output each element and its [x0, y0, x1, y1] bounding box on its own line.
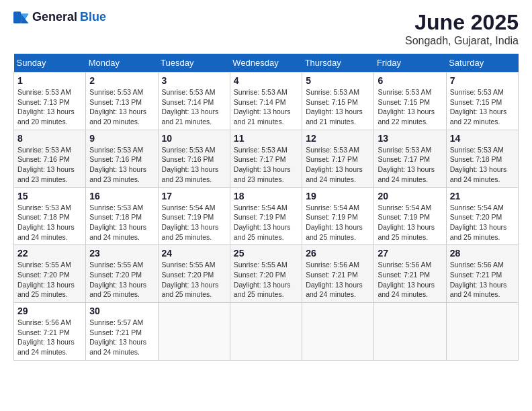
header-sunday: Sunday [14, 54, 86, 73]
list-item [302, 303, 374, 361]
day-number: 22 [17, 248, 82, 259]
list-item: 7 Sunrise: 5:53 AMSunset: 7:15 PMDayligh… [446, 73, 518, 130]
day-info: Sunrise: 5:56 AMSunset: 7:21 PMDaylight:… [450, 261, 507, 298]
header-thursday: Thursday [302, 54, 374, 73]
calendar-body: 1 Sunrise: 5:53 AMSunset: 7:13 PMDayligh… [14, 73, 519, 361]
logo: GeneralBlue [13, 10, 106, 24]
header-row: Sunday Monday Tuesday Wednesday Thursday… [14, 54, 519, 73]
day-number: 12 [306, 133, 370, 144]
day-number: 27 [378, 248, 442, 259]
header-tuesday: Tuesday [158, 54, 230, 73]
table-row: 29 Sunrise: 5:56 AMSunset: 7:21 PMDaylig… [14, 303, 519, 361]
list-item: 13 Sunrise: 5:53 AMSunset: 7:17 PMDaylig… [374, 130, 446, 187]
day-number: 15 [17, 191, 82, 201]
list-item: 28 Sunrise: 5:56 AMSunset: 7:21 PMDaylig… [446, 245, 518, 303]
list-item: 16 Sunrise: 5:53 AMSunset: 7:18 PMDaylig… [86, 187, 158, 245]
day-number: 6 [378, 75, 442, 86]
list-item: 3 Sunrise: 5:53 AMSunset: 7:14 PMDayligh… [158, 73, 230, 130]
list-item: 21 Sunrise: 5:54 AMSunset: 7:20 PMDaylig… [446, 187, 518, 245]
day-info: Sunrise: 5:53 AMSunset: 7:17 PMDaylight:… [306, 146, 363, 183]
list-item [158, 303, 230, 361]
day-info: Sunrise: 5:53 AMSunset: 7:15 PMDaylight:… [306, 88, 363, 126]
day-number: 1 [17, 75, 82, 86]
day-number: 21 [450, 191, 515, 201]
list-item: 12 Sunrise: 5:53 AMSunset: 7:17 PMDaylig… [302, 130, 374, 187]
day-number: 30 [89, 306, 154, 316]
list-item: 5 Sunrise: 5:53 AMSunset: 7:15 PMDayligh… [302, 73, 374, 130]
table-row: 15 Sunrise: 5:53 AMSunset: 7:18 PMDaylig… [14, 187, 519, 245]
day-number: 23 [89, 248, 154, 259]
header-monday: Monday [86, 54, 158, 73]
list-item: 8 Sunrise: 5:53 AMSunset: 7:16 PMDayligh… [14, 130, 86, 187]
day-number: 26 [306, 248, 370, 259]
calendar-table: Sunday Monday Tuesday Wednesday Thursday… [13, 54, 519, 361]
day-number: 16 [89, 191, 154, 201]
list-item: 22 Sunrise: 5:55 AMSunset: 7:20 PMDaylig… [14, 245, 86, 303]
header-wednesday: Wednesday [230, 54, 302, 73]
header: GeneralBlue June 2025 Songadh, Gujarat, … [13, 10, 519, 47]
day-number: 25 [234, 248, 298, 259]
svg-rect-0 [13, 11, 21, 24]
day-info: Sunrise: 5:53 AMSunset: 7:17 PMDaylight:… [378, 146, 435, 183]
list-item: 9 Sunrise: 5:53 AMSunset: 7:16 PMDayligh… [86, 130, 158, 187]
day-info: Sunrise: 5:53 AMSunset: 7:15 PMDaylight:… [450, 88, 507, 126]
location-title: Songadh, Gujarat, India [405, 35, 519, 47]
list-item: 10 Sunrise: 5:53 AMSunset: 7:16 PMDaylig… [158, 130, 230, 187]
table-row: 22 Sunrise: 5:55 AMSunset: 7:20 PMDaylig… [14, 245, 519, 303]
day-info: Sunrise: 5:53 AMSunset: 7:15 PMDaylight:… [378, 88, 435, 126]
list-item: 14 Sunrise: 5:53 AMSunset: 7:18 PMDaylig… [446, 130, 518, 187]
day-info: Sunrise: 5:56 AMSunset: 7:21 PMDaylight:… [306, 261, 363, 298]
list-item: 18 Sunrise: 5:54 AMSunset: 7:19 PMDaylig… [230, 187, 302, 245]
list-item: 15 Sunrise: 5:53 AMSunset: 7:18 PMDaylig… [14, 187, 86, 245]
day-number: 29 [17, 306, 82, 316]
day-info: Sunrise: 5:53 AMSunset: 7:16 PMDaylight:… [162, 146, 219, 183]
day-info: Sunrise: 5:54 AMSunset: 7:20 PMDaylight:… [450, 203, 507, 241]
day-number: 7 [450, 75, 515, 86]
list-item [374, 303, 446, 361]
list-item: 19 Sunrise: 5:54 AMSunset: 7:19 PMDaylig… [302, 187, 374, 245]
list-item: 2 Sunrise: 5:53 AMSunset: 7:13 PMDayligh… [86, 73, 158, 130]
list-item [446, 303, 518, 361]
logo-general: General [32, 10, 77, 24]
day-info: Sunrise: 5:53 AMSunset: 7:18 PMDaylight:… [450, 146, 507, 183]
calendar-header: Sunday Monday Tuesday Wednesday Thursday… [14, 54, 519, 73]
list-item: 30 Sunrise: 5:57 AMSunset: 7:21 PMDaylig… [86, 303, 158, 361]
header-friday: Friday [374, 54, 446, 73]
list-item: 24 Sunrise: 5:55 AMSunset: 7:20 PMDaylig… [158, 245, 230, 303]
list-item: 20 Sunrise: 5:54 AMSunset: 7:19 PMDaylig… [374, 187, 446, 245]
day-number: 10 [162, 133, 226, 144]
day-number: 20 [378, 191, 442, 201]
title-area: June 2025 Songadh, Gujarat, India [405, 10, 519, 47]
list-item: 23 Sunrise: 5:55 AMSunset: 7:20 PMDaylig… [86, 245, 158, 303]
day-number: 4 [234, 75, 298, 86]
day-number: 11 [234, 133, 298, 144]
day-info: Sunrise: 5:56 AMSunset: 7:21 PMDaylight:… [378, 261, 435, 298]
day-number: 8 [17, 133, 82, 144]
list-item [230, 303, 302, 361]
day-info: Sunrise: 5:53 AMSunset: 7:13 PMDaylight:… [89, 88, 146, 126]
day-info: Sunrise: 5:53 AMSunset: 7:18 PMDaylight:… [17, 203, 75, 241]
month-title: June 2025 [405, 10, 519, 35]
day-info: Sunrise: 5:53 AMSunset: 7:13 PMDaylight:… [17, 88, 75, 126]
day-number: 2 [89, 75, 154, 86]
day-number: 17 [162, 191, 226, 201]
day-info: Sunrise: 5:53 AMSunset: 7:18 PMDaylight:… [89, 203, 146, 241]
list-item: 11 Sunrise: 5:53 AMSunset: 7:17 PMDaylig… [230, 130, 302, 187]
day-info: Sunrise: 5:54 AMSunset: 7:19 PMDaylight:… [306, 203, 363, 241]
calendar-page: GeneralBlue June 2025 Songadh, Gujarat, … [0, 0, 532, 371]
day-number: 3 [162, 75, 226, 86]
day-number: 5 [306, 75, 370, 86]
list-item: 25 Sunrise: 5:55 AMSunset: 7:20 PMDaylig… [230, 245, 302, 303]
list-item: 6 Sunrise: 5:53 AMSunset: 7:15 PMDayligh… [374, 73, 446, 130]
day-number: 28 [450, 248, 515, 259]
logo-icon [13, 11, 30, 24]
day-info: Sunrise: 5:53 AMSunset: 7:17 PMDaylight:… [234, 146, 291, 183]
day-number: 14 [450, 133, 515, 144]
list-item: 4 Sunrise: 5:53 AMSunset: 7:14 PMDayligh… [230, 73, 302, 130]
day-info: Sunrise: 5:55 AMSunset: 7:20 PMDaylight:… [17, 261, 75, 298]
header-saturday: Saturday [446, 54, 518, 73]
day-info: Sunrise: 5:55 AMSunset: 7:20 PMDaylight:… [234, 261, 291, 298]
day-number: 9 [89, 133, 154, 144]
list-item: 1 Sunrise: 5:53 AMSunset: 7:13 PMDayligh… [14, 73, 86, 130]
list-item: 17 Sunrise: 5:54 AMSunset: 7:19 PMDaylig… [158, 187, 230, 245]
